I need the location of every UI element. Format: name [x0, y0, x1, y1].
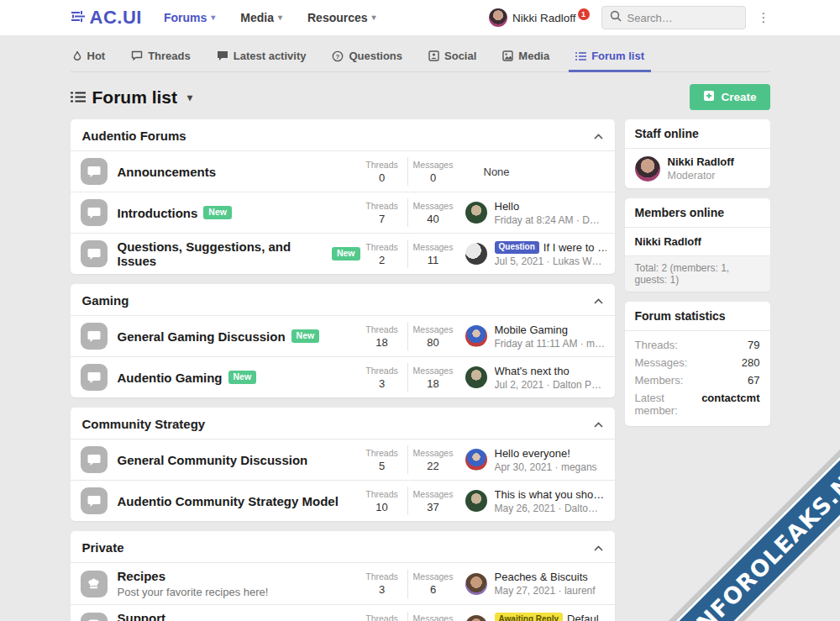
chevron-up-icon[interactable]	[594, 539, 603, 555]
account-menu[interactable]: Nikki Radloff 1	[489, 8, 590, 27]
avatar[interactable]	[465, 615, 487, 621]
members-online-widget: Members online Nikki Radloff Total: 2 (m…	[625, 198, 770, 292]
list-icon	[71, 87, 86, 108]
latest-post-title[interactable]: What's next tho	[495, 365, 570, 377]
forum-row[interactable]: Recipes Post your favorite recipes here!…	[71, 562, 615, 604]
forum-row[interactable]: General Community Discussion Threads5 Me…	[71, 439, 615, 480]
nav-item-media[interactable]: Media▾	[240, 11, 282, 24]
caret-down-icon: ▾	[372, 13, 376, 22]
forum-row[interactable]: Support Need assistance? Create a suppor…	[71, 604, 615, 621]
avatar[interactable]	[635, 156, 660, 182]
forum-icon	[81, 487, 108, 514]
forum-name[interactable]: Recipes	[118, 569, 166, 583]
photo-icon	[502, 50, 513, 61]
forum-name[interactable]: Questions, Suggestions, and Issues	[118, 239, 326, 268]
chevron-up-icon[interactable]	[594, 128, 603, 143]
tab-social[interactable]: Social	[427, 45, 478, 71]
latest-post-title[interactable]: Hello everyone!	[495, 447, 570, 460]
logo-icon	[71, 8, 87, 28]
avatar[interactable]	[465, 243, 487, 265]
threads-stat: Threads0	[360, 160, 404, 184]
forum-row[interactable]: General Gaming Discussion New Threads18 …	[71, 315, 615, 356]
tab-hot[interactable]: Hot	[71, 45, 108, 71]
nav-item-forums[interactable]: Forums▾	[164, 11, 215, 24]
online-total: Total: 2 (members: 1, guests: 1)	[625, 255, 770, 292]
forum-name[interactable]: General Community Discussion	[118, 453, 308, 467]
chat-bubble-filled-icon	[217, 50, 228, 61]
search-input[interactable]	[627, 12, 728, 24]
staff-member[interactable]: Nikki Radloff Moderator	[625, 149, 770, 188]
chevron-up-icon[interactable]	[594, 292, 603, 308]
new-badge: New	[203, 206, 232, 219]
latest-post-title[interactable]: If I were to …	[543, 241, 606, 254]
latest-post: Peaches & Biscuits May 27, 2021 · lauren…	[465, 571, 606, 597]
notification-badge[interactable]: 1	[578, 8, 590, 20]
create-button[interactable]: Create	[690, 84, 769, 110]
app-logo[interactable]: AC.UI	[71, 7, 142, 29]
tab-threads[interactable]: Threads	[129, 45, 192, 71]
latest-post: What's next tho Jul 2, 2021 · Dalton P…	[465, 365, 606, 391]
caret-down-icon[interactable]: ▾	[187, 92, 192, 103]
category-header[interactable]: Community Strategy	[71, 408, 615, 439]
latest-post-title[interactable]: Defaul…	[567, 613, 606, 621]
category-header[interactable]: Audentio Forums	[71, 119, 615, 150]
forum-icon	[81, 446, 108, 473]
forum-row[interactable]: Introductions New Threads7 Messages40 He…	[71, 192, 615, 233]
chevron-up-icon[interactable]	[594, 416, 603, 431]
member-name[interactable]: Nikki Radloff	[625, 228, 770, 255]
threads-stat: Threads3	[360, 366, 404, 390]
threads-stat: Threads5	[360, 448, 404, 472]
forum-icon	[81, 199, 108, 226]
latest-member-link[interactable]: contactcmt	[701, 392, 759, 417]
latest-post-title[interactable]: Hello	[495, 200, 520, 213]
question-circle-icon: ?	[332, 50, 344, 62]
overflow-menu-icon[interactable]: ⋮	[758, 10, 770, 25]
tab-questions[interactable]: ? Questions	[330, 45, 404, 71]
search-box[interactable]	[601, 6, 746, 29]
tab-latest-activity[interactable]: Latest activity	[215, 45, 308, 71]
avatar[interactable]	[465, 573, 487, 595]
messages-stat: Messages6	[412, 613, 455, 621]
forum-name[interactable]: Audentio Gaming	[118, 371, 223, 385]
messages-stat: Messages37	[412, 489, 455, 513]
latest-post-title[interactable]: This is what you sho…	[495, 488, 605, 501]
forum-row[interactable]: Questions, Suggestions, and Issues New T…	[71, 233, 615, 274]
category-header[interactable]: Private	[71, 531, 615, 562]
forum-name[interactable]: Introductions	[118, 206, 198, 220]
latest-post-title[interactable]: Mobile Gaming	[495, 324, 568, 336]
avatar[interactable]	[465, 325, 487, 347]
latest-post: Mobile Gaming Friday at 11:11 AM · m…	[465, 324, 606, 350]
forum-row[interactable]: Announcements Threads0 Messages0 None	[71, 150, 615, 192]
member-role: Moderator	[668, 170, 734, 182]
forum-name[interactable]: Audentio Community Strategy Model	[118, 494, 339, 508]
staff-online-widget: Staff online Nikki Radloff Moderator	[625, 119, 770, 188]
threads-stat: Threads2	[360, 242, 404, 266]
latest-post-title[interactable]: Peaches & Biscuits	[495, 571, 588, 583]
widget-title: Members online	[625, 198, 770, 228]
messages-stat: Messages40	[412, 201, 455, 225]
forum-name[interactable]: Announcements	[118, 165, 217, 179]
chef-hat-icon	[81, 571, 108, 597]
avatar[interactable]	[465, 490, 487, 512]
stat-threads: Threads:79	[635, 339, 760, 351]
avatar[interactable]	[465, 449, 487, 471]
forum-row[interactable]: Audentio Community Strategy Model Thread…	[71, 480, 615, 521]
main-nav: Forums▾ Media▾ Resources▾	[164, 11, 376, 24]
messages-stat: Messages6	[412, 571, 455, 596]
nav-item-resources[interactable]: Resources▾	[307, 11, 376, 24]
member-name[interactable]: Nikki Radloff	[668, 155, 734, 168]
forum-name[interactable]: Support	[118, 611, 166, 621]
category-gaming: Gaming General Gaming Discussion New Thr…	[71, 284, 615, 397]
forum-description: Post your favorite recipes here!	[118, 586, 360, 598]
page-title: Forum list ▾	[71, 87, 193, 108]
latest-post: Question If I were to … Jul 5, 2021 · Lu…	[465, 241, 606, 267]
avatar[interactable]	[465, 202, 487, 224]
contact-card-icon	[428, 50, 439, 61]
tab-forum-list[interactable]: Forum list	[574, 45, 646, 71]
tab-media[interactable]: Media	[501, 45, 551, 71]
forum-row[interactable]: Audentio Gaming New Threads3 Messages18 …	[71, 356, 615, 397]
category-header[interactable]: Gaming	[71, 284, 615, 315]
avatar[interactable]	[465, 366, 487, 388]
latest-post-none: None	[484, 166, 510, 178]
forum-name[interactable]: General Gaming Discussion	[118, 329, 286, 344]
